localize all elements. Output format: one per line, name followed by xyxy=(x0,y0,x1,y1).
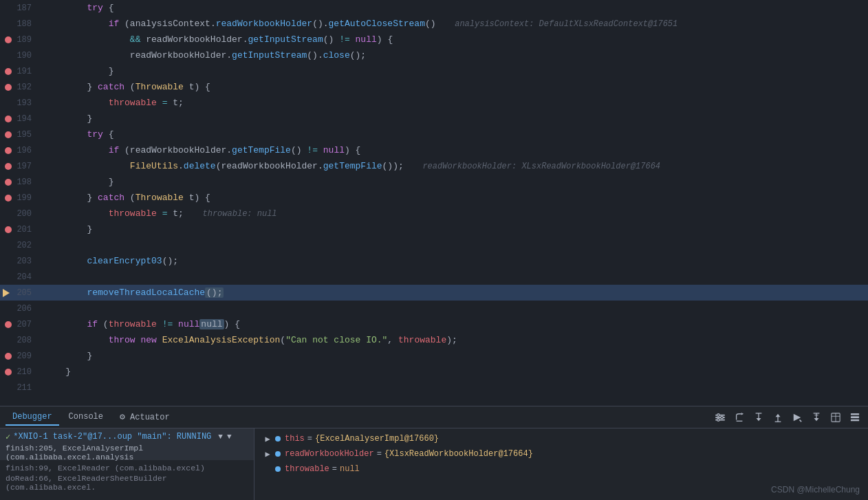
code-line-200: 200 throwable = t; throwable: null xyxy=(0,206,868,221)
step-into-btn[interactable] xyxy=(751,410,766,425)
gutter-192: 192 xyxy=(0,83,41,92)
var-row-rwh: ▶ readWorkbookHolder = {XlsxReadWorkbook… xyxy=(254,446,868,461)
var-row-this: ▶ this = {ExcelAnalyserImpl@17660} xyxy=(254,431,868,446)
code-content-197: FileUtils.delete(readWorkbookHolder.getT… xyxy=(41,158,868,175)
var-expand-this[interactable]: ▶ xyxy=(263,434,272,444)
line-num-199: 199 xyxy=(14,193,36,203)
gutter-195: 195 xyxy=(0,130,41,140)
line-num-196: 196 xyxy=(14,146,36,155)
code-content-208: throw new ExcelAnalysisException("Can no… xyxy=(41,332,868,348)
code-content-194: } xyxy=(41,111,868,127)
var-equals-this: = xyxy=(307,434,312,444)
gutter-198: 198 xyxy=(0,177,41,187)
force-step-icon xyxy=(812,413,821,422)
step-into-icon xyxy=(754,413,763,422)
breakpoint-196[interactable] xyxy=(3,147,14,154)
code-line-196: 196 if (readWorkbookHolder.getTempFile()… xyxy=(0,142,868,158)
code-content-200: throwable = t; throwable: null xyxy=(41,206,868,222)
stack-frame-2[interactable]: doRead:66, ExcelReaderSheetBuilder (com.… xyxy=(0,475,254,490)
thread-selector[interactable]: *XNIO-1 task-2"@17...oup "main": RUNNING… xyxy=(13,432,231,442)
frames-btn[interactable] xyxy=(847,410,862,425)
step-over-btn[interactable] xyxy=(732,410,747,425)
stack-frame-1[interactable]: finish:99, ExcelReader (com.alibaba.exce… xyxy=(0,460,254,475)
gutter-190: 190 xyxy=(0,51,41,61)
breakpoint-199[interactable] xyxy=(3,195,14,202)
gutter-191: 191 xyxy=(0,67,41,76)
bp-dot-192 xyxy=(5,84,12,91)
stack-label-1: finish:99, ExcelReader (com.alibaba.exce… xyxy=(6,464,205,472)
code-content-209: } xyxy=(41,348,868,364)
step-out-btn[interactable] xyxy=(770,410,785,425)
code-line-201: 201 } xyxy=(0,221,868,237)
breakpoint-194[interactable] xyxy=(3,116,14,122)
code-content-191: } xyxy=(41,63,868,79)
tab-actuator[interactable]: ⚙ Actuator xyxy=(113,409,177,426)
code-line-204: 204 xyxy=(0,269,868,285)
debug-arrow-205 xyxy=(1,288,11,298)
code-line-210: 210 } xyxy=(0,364,868,380)
line-num-191: 191 xyxy=(14,67,36,76)
line-num-198: 198 xyxy=(14,177,36,187)
code-line-207: 207 if (throwable != nullnull) { xyxy=(0,316,868,332)
var-value-throwable: null xyxy=(340,464,360,474)
var-expand-throwable[interactable] xyxy=(263,464,272,474)
thread-panel: ✓ *XNIO-1 task-2"@17...oup "main": RUNNI… xyxy=(0,428,254,500)
bp-dot-207 xyxy=(5,321,12,328)
var-dot-this xyxy=(275,436,281,442)
gutter-209: 209 xyxy=(0,351,41,361)
breakpoint-189[interactable] xyxy=(3,36,14,43)
gutter-206: 206 xyxy=(0,304,41,314)
gutter-211: 211 xyxy=(0,383,41,393)
run-to-cursor-btn[interactable] xyxy=(790,410,805,425)
step-over-icon xyxy=(735,413,744,422)
gutter-196: 196 xyxy=(0,146,41,155)
debugger-content: ✓ *XNIO-1 task-2"@17...oup "main": RUNNI… xyxy=(0,428,868,500)
var-value-this: {ExcelAnalyserImpl@17660} xyxy=(315,434,439,444)
line-num-206: 206 xyxy=(14,304,36,314)
var-expand-rwh[interactable]: ▶ xyxy=(263,449,272,459)
breakpoint-198[interactable] xyxy=(3,179,14,186)
svg-rect-25 xyxy=(851,419,859,421)
run-to-cursor-icon xyxy=(792,413,802,422)
code-line-208: 208 throw new ExcelAnalysisException("Ca… xyxy=(0,332,868,348)
code-content-199: } catch (Throwable t) { xyxy=(41,190,868,206)
breakpoint-195[interactable] xyxy=(3,131,14,138)
code-line-193: 193 throwable = t; xyxy=(0,95,868,111)
force-step-btn[interactable] xyxy=(809,410,824,425)
line-num-194: 194 xyxy=(14,114,36,124)
breakpoint-192[interactable] xyxy=(3,84,14,91)
line-num-190: 190 xyxy=(14,51,36,61)
code-lines: 187 try { 188 if (analysisContext.readWo… xyxy=(0,0,868,395)
settings-toolbar-btn[interactable] xyxy=(713,410,728,425)
svg-marker-12 xyxy=(776,413,781,416)
var-equals-rwh: = xyxy=(377,449,382,459)
line-num-202: 202 xyxy=(14,241,36,250)
line-num-210: 210 xyxy=(14,367,36,377)
code-line-205: 205 removeThreadLocalCache(); xyxy=(0,285,868,301)
tab-debugger[interactable]: Debugger xyxy=(6,409,59,426)
var-name-throwable: throwable xyxy=(285,464,329,474)
var-name-this: this xyxy=(285,434,305,444)
code-line-190: 190 readWorkbookHolder.getInputStream().… xyxy=(0,47,868,63)
table-btn[interactable] xyxy=(828,410,843,425)
gutter-204: 204 xyxy=(0,272,41,282)
var-dot-rwh xyxy=(275,451,281,457)
breakpoint-201[interactable] xyxy=(3,226,14,233)
breakpoint-209[interactable] xyxy=(3,353,14,360)
breakpoint-191[interactable] xyxy=(3,68,14,75)
tab-console[interactable]: Console xyxy=(62,409,110,426)
code-line-209: 209 } xyxy=(0,348,868,364)
code-line-187: 187 try { xyxy=(0,0,868,16)
line-num-187: 187 xyxy=(14,3,36,13)
gutter-210: 210 xyxy=(0,367,41,377)
breakpoint-207[interactable] xyxy=(3,321,14,328)
settings-icon xyxy=(715,413,725,422)
code-line-211: 211 xyxy=(0,380,868,395)
bp-dot-198 xyxy=(5,179,12,186)
var-value-rwh: {XlsxReadWorkbookHolder@17664} xyxy=(384,449,533,459)
breakpoint-197[interactable] xyxy=(3,163,14,170)
table-icon xyxy=(831,413,840,422)
breakpoint-210[interactable] xyxy=(3,369,14,376)
stack-frame-0[interactable]: finish:205, ExcelAnalyserImpl (com.aliba… xyxy=(0,445,254,460)
bp-dot-197 xyxy=(5,163,12,170)
